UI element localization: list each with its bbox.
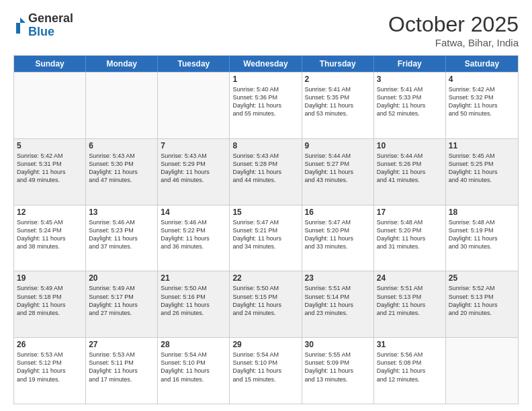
cell-info: Sunset: 5:16 PM (161, 293, 226, 301)
cell-info: Daylight: 11 hours (232, 101, 298, 109)
day-number: 19 (17, 273, 83, 283)
logo-general: General (28, 11, 73, 25)
cell-info: Sunset: 5:10 PM (232, 359, 298, 367)
header: General Blue October 2025 Fatwa, Bihar, … (13, 12, 519, 48)
cal-cell-2-5: 9Sunrise: 5:44 AMSunset: 5:27 PMDaylight… (302, 139, 374, 205)
cell-info: Sunset: 5:09 PM (305, 359, 371, 367)
day-number: 18 (449, 208, 515, 217)
cell-info: Daylight: 11 hours (232, 301, 298, 309)
cell-info: and 34 minutes. (232, 242, 298, 250)
cell-info: Sunset: 5:35 PM (305, 93, 371, 101)
day-number: 12 (17, 208, 83, 217)
cal-cell-1-3 (158, 73, 230, 138)
cell-info: Sunset: 5:28 PM (232, 160, 298, 168)
cell-info: Sunset: 5:15 PM (232, 293, 298, 301)
logo-icon (13, 16, 27, 35)
day-number: 21 (161, 273, 226, 283)
cal-cell-4-2: 20Sunrise: 5:49 AMSunset: 5:17 PMDayligh… (86, 271, 158, 337)
day-number: 2 (305, 75, 371, 84)
cal-cell-5-1: 26Sunrise: 5:53 AMSunset: 5:12 PMDayligh… (14, 338, 86, 404)
cell-info: Daylight: 11 hours (377, 168, 443, 176)
day-number: 3 (377, 75, 443, 84)
cell-info: and 47 minutes. (89, 176, 154, 184)
cell-info: Sunrise: 5:43 AM (89, 152, 154, 160)
cell-info: and 44 minutes. (232, 176, 298, 184)
cell-info: Sunrise: 5:43 AM (232, 152, 298, 160)
cell-info: and 52 minutes. (377, 109, 443, 118)
cell-info: Daylight: 11 hours (449, 301, 515, 309)
cell-info: Sunrise: 5:47 AM (305, 218, 371, 226)
cell-info: and 17 minutes. (89, 375, 154, 383)
cell-info: Sunrise: 5:45 AM (17, 218, 83, 226)
cell-info: Sunrise: 5:41 AM (305, 85, 371, 93)
day-number: 27 (89, 340, 154, 349)
cell-info: Sunrise: 5:54 AM (161, 351, 226, 359)
cell-info: Sunset: 5:27 PM (305, 160, 371, 168)
cal-cell-3-6: 17Sunrise: 5:48 AMSunset: 5:20 PMDayligh… (374, 205, 446, 271)
cell-info: Daylight: 11 hours (377, 367, 443, 375)
cell-info: Sunset: 5:11 PM (89, 359, 154, 367)
cell-info: and 49 minutes. (17, 176, 83, 184)
day-number: 17 (377, 208, 443, 217)
cell-info: Daylight: 11 hours (232, 168, 298, 176)
cell-info: and 16 minutes. (161, 375, 226, 383)
cell-info: Daylight: 11 hours (305, 301, 371, 309)
day-number: 23 (305, 273, 371, 283)
day-number: 15 (232, 208, 298, 217)
cell-info: Sunset: 5:22 PM (161, 226, 226, 234)
cell-info: Daylight: 11 hours (449, 101, 515, 109)
cal-cell-5-4: 29Sunrise: 5:54 AMSunset: 5:10 PMDayligh… (230, 338, 302, 404)
day-number: 16 (305, 208, 371, 217)
cell-info: and 40 minutes. (449, 176, 515, 184)
calendar-header: SundayMondayTuesdayWednesdayThursdayFrid… (14, 56, 518, 72)
calendar: SundayMondayTuesdayWednesdayThursdayFrid… (13, 55, 519, 404)
cell-info: Sunset: 5:29 PM (161, 160, 226, 168)
cell-info: Daylight: 11 hours (17, 234, 83, 242)
cell-info: Sunset: 5:31 PM (17, 160, 83, 168)
day-number: 22 (232, 273, 298, 283)
cell-info: Daylight: 11 hours (232, 367, 298, 375)
calendar-body: 1Sunrise: 5:40 AMSunset: 5:36 PMDaylight… (14, 72, 518, 404)
cal-cell-2-3: 7Sunrise: 5:43 AMSunset: 5:29 PMDaylight… (158, 139, 230, 205)
calendar-row-1: 1Sunrise: 5:40 AMSunset: 5:36 PMDaylight… (14, 72, 518, 138)
cell-info: Sunrise: 5:44 AM (377, 152, 443, 160)
cal-cell-5-2: 27Sunrise: 5:53 AMSunset: 5:11 PMDayligh… (86, 338, 158, 404)
cell-info: Daylight: 11 hours (305, 101, 371, 109)
cell-info: Sunrise: 5:48 AM (377, 218, 443, 226)
cal-cell-4-3: 21Sunrise: 5:50 AMSunset: 5:16 PMDayligh… (158, 271, 230, 337)
cell-info: Daylight: 11 hours (377, 234, 443, 242)
cell-info: Sunset: 5:21 PM (232, 226, 298, 234)
cell-info: Daylight: 11 hours (161, 234, 226, 242)
cell-info: Sunrise: 5:41 AM (377, 85, 443, 93)
cal-cell-3-3: 14Sunrise: 5:46 AMSunset: 5:22 PMDayligh… (158, 205, 230, 271)
logo-text: General Blue (28, 12, 73, 39)
day-number: 1 (232, 75, 298, 84)
cell-info: and 41 minutes. (377, 176, 443, 184)
cell-info: and 43 minutes. (305, 176, 371, 184)
day-number: 25 (449, 273, 515, 283)
day-number: 5 (17, 141, 83, 150)
cell-info: and 30 minutes. (449, 242, 515, 250)
header-day-monday: Monday (86, 56, 158, 72)
day-number: 7 (161, 141, 226, 150)
cell-info: Sunset: 5:33 PM (377, 93, 443, 101)
cell-info: Sunset: 5:13 PM (449, 293, 515, 301)
cal-cell-4-5: 23Sunrise: 5:51 AMSunset: 5:14 PMDayligh… (302, 271, 374, 337)
cell-info: Sunset: 5:25 PM (449, 160, 515, 168)
day-number: 30 (305, 340, 371, 349)
cal-cell-2-2: 6Sunrise: 5:43 AMSunset: 5:30 PMDaylight… (86, 139, 158, 205)
cell-info: and 12 minutes. (377, 375, 443, 383)
cell-info: Sunrise: 5:51 AM (305, 284, 371, 292)
cell-info: and 55 minutes. (232, 109, 298, 118)
cal-cell-2-1: 5Sunrise: 5:42 AMSunset: 5:31 PMDaylight… (14, 139, 86, 205)
cell-info: Sunset: 5:20 PM (305, 226, 371, 234)
header-day-tuesday: Tuesday (158, 56, 230, 72)
header-day-saturday: Saturday (446, 56, 518, 72)
header-day-thursday: Thursday (302, 56, 374, 72)
cell-info: Sunrise: 5:54 AM (232, 351, 298, 359)
cal-cell-5-7 (446, 338, 518, 404)
cell-info: Sunrise: 5:50 AM (232, 284, 298, 292)
day-number: 8 (232, 141, 298, 150)
cell-info: Sunrise: 5:51 AM (377, 284, 443, 292)
svg-marker-0 (20, 17, 26, 23)
